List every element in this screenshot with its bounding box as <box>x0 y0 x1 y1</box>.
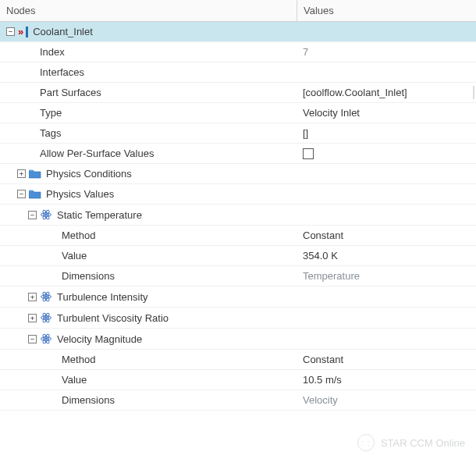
node-label: Value <box>62 374 87 386</box>
atom-icon <box>40 290 52 303</box>
value-cell-type[interactable]: Velocity Inlet <box>297 103 476 123</box>
node-cell-static-temperature[interactable]: −Static Temperature <box>0 205 297 226</box>
node-cell-st-value[interactable]: Value <box>0 246 297 266</box>
watermark-text: STAR CCM Online <box>381 437 465 449</box>
collapse-toggle[interactable]: − <box>28 211 37 219</box>
value-cell-velocity-magnitude[interactable] <box>297 329 476 350</box>
node-cell-tags[interactable]: Tags <box>0 123 297 144</box>
node-label: Static Temperature <box>57 209 142 221</box>
node-label: Value <box>62 250 87 262</box>
value-cell-allow-per-surface[interactable] <box>297 144 476 164</box>
value-cell-st-dimensions[interactable]: Temperature <box>297 266 476 286</box>
node-label: Part Surfaces <box>40 87 101 98</box>
node-label: Dimensions <box>62 270 115 282</box>
value-cell-interfaces[interactable] <box>297 62 476 83</box>
value-cell-tags[interactable]: [] <box>297 123 476 144</box>
expand-toggle[interactable]: + <box>28 293 37 301</box>
node-label: Type <box>40 107 62 119</box>
svg-point-7 <box>45 296 48 298</box>
value-cell-turbulence-intensity[interactable] <box>297 286 476 308</box>
checkbox-allow-per-surface[interactable] <box>303 148 314 159</box>
column-header-values[interactable]: Values <box>297 0 476 22</box>
properties-table: Nodes Values −»Coolant_InletIndex7Interf… <box>0 0 476 411</box>
node-label: Method <box>62 354 95 365</box>
value-cell-st-value[interactable]: 354.0 K <box>297 246 476 266</box>
expand-toggle[interactable]: + <box>17 169 26 178</box>
node-cell-index[interactable]: Index <box>0 42 297 62</box>
watermark: : : STAR CCM Online <box>357 434 465 451</box>
node-cell-st-method[interactable]: Method <box>0 226 297 246</box>
node-label: Physics Values <box>46 188 114 200</box>
node-cell-coolant-inlet[interactable]: −»Coolant_Inlet <box>0 22 297 42</box>
value-cell-vm-dimensions[interactable]: Velocity <box>297 390 476 411</box>
column-header-nodes[interactable]: Nodes <box>0 0 297 22</box>
node-label: Turbulence Intensity <box>57 291 148 303</box>
value-cell-turbulent-viscosity-ratio[interactable] <box>297 308 476 329</box>
value-cell-static-temperature[interactable] <box>297 205 476 226</box>
node-label: Coolant_Inlet <box>33 26 93 37</box>
inlet-bar-icon <box>26 27 28 37</box>
node-label: Interfaces <box>40 66 84 78</box>
value-text: Velocity <box>303 394 338 406</box>
value-text: [] <box>303 127 308 139</box>
svg-point-15 <box>45 338 48 340</box>
atom-icon <box>40 208 52 221</box>
atom-icon <box>40 333 52 345</box>
value-cell-part-surfaces[interactable]: [coolflow.Coolant_Inlet] <box>297 83 476 103</box>
value-text: 10.5 m/s <box>303 374 342 386</box>
value-cell-vm-method[interactable]: Constant <box>297 350 476 370</box>
watermark-logo-icon: : : <box>357 434 375 451</box>
node-cell-velocity-magnitude[interactable]: −Velocity Magnitude <box>0 329 297 350</box>
value-text: Constant <box>303 230 343 241</box>
node-label: Allow Per-Surface Values <box>40 148 154 159</box>
value-text: Velocity Inlet <box>303 107 360 119</box>
expand-toggle[interactable]: + <box>28 314 37 322</box>
folder-icon <box>29 169 41 179</box>
node-label: Dimensions <box>62 394 115 406</box>
collapse-toggle[interactable]: − <box>28 335 37 343</box>
node-cell-physics-conditions[interactable]: +Physics Conditions <box>0 164 297 184</box>
node-cell-part-surfaces[interactable]: Part Surfaces <box>0 83 297 103</box>
cell-edge-icon <box>473 86 474 99</box>
inlet-arrows-icon: » <box>18 26 23 37</box>
collapse-toggle[interactable]: − <box>6 27 15 36</box>
value-cell-physics-conditions[interactable] <box>297 164 476 184</box>
value-text: 354.0 K <box>303 250 338 262</box>
svg-point-11 <box>45 317 48 319</box>
node-cell-turbulent-viscosity-ratio[interactable]: +Turbulent Viscosity Ratio <box>0 308 297 329</box>
collapse-toggle[interactable]: − <box>17 190 26 198</box>
node-label: Velocity Magnitude <box>57 333 142 345</box>
node-cell-interfaces[interactable]: Interfaces <box>0 62 297 83</box>
value-text: Temperature <box>303 270 360 282</box>
value-cell-vm-value[interactable]: 10.5 m/s <box>297 370 476 390</box>
node-cell-allow-per-surface[interactable]: Allow Per-Surface Values <box>0 144 297 164</box>
value-cell-coolant-inlet[interactable] <box>297 22 476 42</box>
atom-icon <box>40 311 52 324</box>
node-label: Physics Conditions <box>46 168 132 180</box>
value-cell-index[interactable]: 7 <box>297 42 476 62</box>
svg-point-3 <box>45 214 48 216</box>
value-text: 7 <box>303 46 308 58</box>
value-text: [coolflow.Coolant_Inlet] <box>303 87 407 98</box>
node-label: Turbulent Viscosity Ratio <box>57 312 169 324</box>
node-cell-turbulence-intensity[interactable]: +Turbulence Intensity <box>0 286 297 308</box>
node-cell-physics-values[interactable]: −Physics Values <box>0 184 297 205</box>
value-cell-physics-values[interactable] <box>297 184 476 205</box>
node-label: Method <box>62 230 95 241</box>
node-cell-st-dimensions[interactable]: Dimensions <box>0 266 297 286</box>
node-label: Tags <box>40 127 61 139</box>
value-text: Constant <box>303 354 343 365</box>
node-cell-vm-method[interactable]: Method <box>0 350 297 370</box>
node-cell-type[interactable]: Type <box>0 103 297 123</box>
value-cell-st-method[interactable]: Constant <box>297 226 476 246</box>
node-cell-vm-dimensions[interactable]: Dimensions <box>0 390 297 411</box>
node-cell-vm-value[interactable]: Value <box>0 370 297 390</box>
node-label: Index <box>40 46 65 58</box>
folder-icon <box>29 189 41 199</box>
